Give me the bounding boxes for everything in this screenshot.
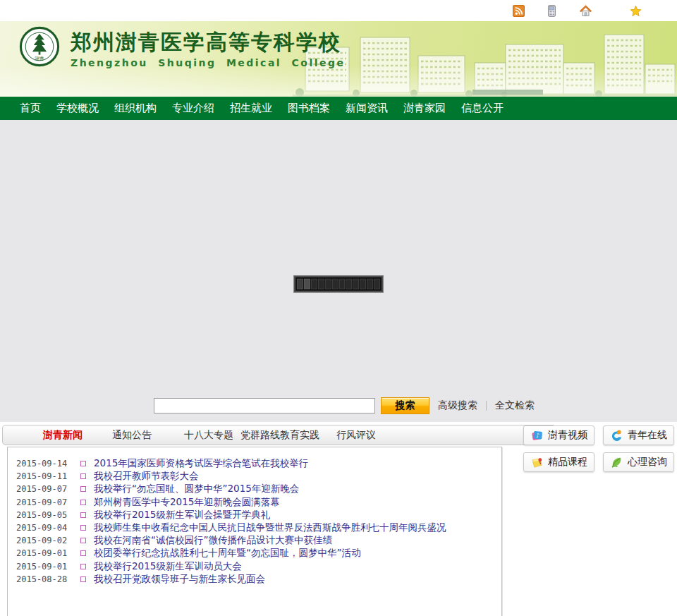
news-row: 2015-09-05我校举行2015级新生军训会操暨开学典礼 xyxy=(8,509,501,521)
news-date: 2015-09-11 xyxy=(16,471,75,481)
nav-item[interactable]: 图书档案 xyxy=(288,102,330,115)
news-date: 2015-08-28 xyxy=(16,574,75,584)
page: 澍青 郑州澍青医学高等专科学校 Zhengzhou Shuqing Medica… xyxy=(0,0,677,616)
site-title: 郑州澍青医学高等专科学校 xyxy=(71,30,346,54)
college-logo: 澍青 xyxy=(19,26,60,67)
nav-item[interactable]: 学校概况 xyxy=(56,102,99,115)
news-link[interactable]: 校团委举行纪念抗战胜利七十周年暨“勿忘国耻，圆梦中华”活动 xyxy=(94,547,361,560)
news-link[interactable]: 2015年国家医师资格考试医学综合笔试在我校举行 xyxy=(94,457,308,470)
news-link[interactable]: 我校在河南省“诚信校园行”微传播作品设计大赛中获佳绩 xyxy=(94,534,332,547)
bullet-square-icon xyxy=(80,486,86,492)
site-titles: 郑州澍青医学高等专科学校 Zhengzhou Shuqing Medical C… xyxy=(71,30,346,68)
news-date: 2015-09-07 xyxy=(16,497,75,507)
news-tab[interactable]: 澍青新闻 xyxy=(43,429,83,442)
news-link[interactable]: 我校举行“勿忘国耻、圆梦中华”2015年迎新晚会 xyxy=(94,483,299,495)
news-date: 2015-09-01 xyxy=(16,562,75,572)
news-row: 2015-09-07我校举行“勿忘国耻、圆梦中华”2015年迎新晚会 xyxy=(8,483,501,495)
home-icon[interactable] xyxy=(580,5,592,17)
quicklink-label: 澍青视频 xyxy=(548,429,587,442)
advanced-search-link[interactable]: 高级搜索 xyxy=(438,399,477,412)
news-row: 2015-09-11我校召开教师节表彰大会 xyxy=(8,470,501,483)
video-icon: ♪ xyxy=(530,429,544,442)
campus-buildings-image xyxy=(293,23,677,97)
quicklink-label: 心理咨询 xyxy=(628,456,667,469)
news-tabbar: 澍青新闻通知公告十八大专题党群路线教育实践行风评议 xyxy=(2,425,556,445)
news-link[interactable]: 我校师生集中收看纪念中国人民抗日战争暨世界反法西斯战争胜利七十周年阅兵盛况 xyxy=(94,521,446,534)
rss-icon[interactable] xyxy=(513,5,525,17)
news-date: 2015-09-02 xyxy=(16,536,75,545)
news-date: 2015-09-07 xyxy=(16,484,75,494)
news-list: 2015-09-142015年国家医师资格考试医学综合笔试在我校举行2015-0… xyxy=(7,447,502,616)
topbar xyxy=(0,0,677,23)
youth-online-icon xyxy=(610,429,623,442)
news-link[interactable]: 我校召开教师节表彰大会 xyxy=(94,470,199,483)
flash-content-area xyxy=(0,120,677,422)
news-tab[interactable]: 党群路线教育实践 xyxy=(240,429,319,442)
quicklink-label: 青年在线 xyxy=(628,429,667,442)
quicklink-psych-counseling[interactable]: 心理咨询 xyxy=(603,452,674,472)
news-date: 2015-09-04 xyxy=(16,523,75,533)
nav-item[interactable]: 组织机构 xyxy=(114,102,157,115)
site-subtitle: Zhengzhou Shuqing Medical College xyxy=(71,57,346,68)
bullet-square-icon xyxy=(80,576,86,582)
search-bar: 搜索 高级搜索 全文检索 xyxy=(154,397,535,414)
news-link[interactable]: 我校举行2015级新生军训会操暨开学典礼 xyxy=(94,509,270,521)
news-date: 2015-09-14 xyxy=(16,459,75,469)
news-row: 2015-09-04我校师生集中收看纪念中国人民抗日战争暨世界反法西斯战争胜利七… xyxy=(8,521,501,534)
quicklink-video[interactable]: ♪ 澍青视频 xyxy=(523,425,594,445)
svg-text:澍青: 澍青 xyxy=(35,56,44,61)
bullet-square-icon xyxy=(80,512,86,518)
news-tab[interactable]: 十八大专题 xyxy=(184,429,233,442)
news-row: 2015-09-01校团委举行纪念抗战胜利七十周年暨“勿忘国耻，圆梦中华”活动 xyxy=(8,547,501,560)
fulltext-search-link[interactable]: 全文检索 xyxy=(495,399,535,412)
quicklink-premium-courses[interactable]: 精品课程 xyxy=(523,452,594,472)
flash-loading-bar xyxy=(294,276,383,292)
news-link[interactable]: 我校举行2015级新生军训动员大会 xyxy=(94,560,242,573)
site-header: 澍青 郑州澍青医学高等专科学校 Zhengzhou Shuqing Medica… xyxy=(0,21,677,97)
news-row: 2015-09-07郑州树青医学中专2015年迎新晚会圆满落幕 xyxy=(8,496,501,509)
favorite-star-icon[interactable] xyxy=(630,5,642,17)
news-link[interactable]: 郑州树青医学中专2015年迎新晚会圆满落幕 xyxy=(94,496,280,509)
bullet-square-icon xyxy=(80,461,86,466)
nav-item[interactable]: 澍青家园 xyxy=(403,102,446,115)
news-tab[interactable]: 通知公告 xyxy=(112,429,152,442)
news-date: 2015-09-05 xyxy=(16,510,75,520)
search-input[interactable] xyxy=(154,398,375,413)
bullet-square-icon xyxy=(80,538,86,543)
nav-item[interactable]: 信息公开 xyxy=(461,102,504,115)
bullet-square-icon xyxy=(80,500,86,505)
news-row: 2015-09-01我校举行2015级新生军训动员大会 xyxy=(8,560,501,573)
bullet-square-icon xyxy=(80,564,86,569)
nav-item[interactable]: 招生就业 xyxy=(230,102,272,115)
quicklink-youth-online[interactable]: 青年在线 xyxy=(603,425,674,445)
nav-item[interactable]: 新闻资讯 xyxy=(346,102,388,115)
bullet-square-icon xyxy=(80,473,86,479)
news-date: 2015-09-01 xyxy=(16,548,75,558)
news-row: 2015-08-28我校召开党政领导班子与新生家长见面会 xyxy=(8,573,501,586)
news-link[interactable]: 我校召开党政领导班子与新生家长见面会 xyxy=(94,573,265,586)
bullet-square-icon xyxy=(80,550,86,556)
quicklink-label: 精品课程 xyxy=(548,456,587,469)
premium-courses-icon xyxy=(530,456,544,469)
nav-item[interactable]: 首页 xyxy=(20,102,41,115)
divider xyxy=(486,401,487,411)
search-button[interactable]: 搜索 xyxy=(381,397,429,414)
psychological-counseling-icon xyxy=(610,456,623,469)
bullet-square-icon xyxy=(80,525,86,531)
news-row: 2015-09-02我校在河南省“诚信校园行”微传播作品设计大赛中获佳绩 xyxy=(8,534,501,547)
main-nav: 首页学校概况组织机构专业介绍招生就业图书档案新闻资讯澍青家园信息公开 xyxy=(0,97,677,120)
news-row: 2015-09-142015年国家医师资格考试医学综合笔试在我校举行 xyxy=(8,457,501,470)
svg-text:♪: ♪ xyxy=(536,431,539,438)
nav-item[interactable]: 专业介绍 xyxy=(172,102,214,115)
news-tab[interactable]: 行风评议 xyxy=(336,429,376,442)
mobile-icon[interactable] xyxy=(546,5,558,17)
